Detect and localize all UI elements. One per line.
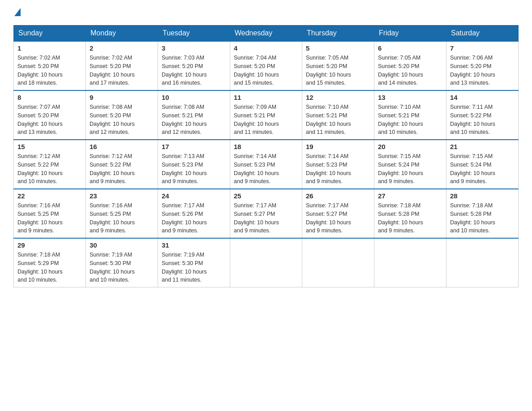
day-number: 25 bbox=[234, 192, 298, 200]
day-info: Sunrise: 7:18 AM Sunset: 5:28 PM Dayligh… bbox=[378, 201, 442, 235]
weekday-header-thursday: Thursday bbox=[302, 26, 374, 42]
day-number: 29 bbox=[17, 241, 82, 249]
calendar-cell: 9 Sunrise: 7:08 AM Sunset: 5:20 PM Dayli… bbox=[86, 90, 158, 140]
day-number: 22 bbox=[17, 192, 82, 200]
day-info: Sunrise: 7:11 AM Sunset: 5:22 PM Dayligh… bbox=[450, 103, 515, 137]
day-number: 23 bbox=[90, 192, 154, 200]
calendar-cell: 15 Sunrise: 7:12 AM Sunset: 5:22 PM Dayl… bbox=[14, 140, 86, 189]
week-row-5: 29 Sunrise: 7:18 AM Sunset: 5:29 PM Dayl… bbox=[14, 238, 519, 287]
calendar-cell: 19 Sunrise: 7:14 AM Sunset: 5:23 PM Dayl… bbox=[302, 140, 374, 189]
calendar-cell bbox=[230, 238, 302, 287]
day-info: Sunrise: 7:07 AM Sunset: 5:20 PM Dayligh… bbox=[17, 103, 82, 137]
week-row-3: 15 Sunrise: 7:12 AM Sunset: 5:22 PM Dayl… bbox=[14, 140, 519, 189]
weekday-header-row: SundayMondayTuesdayWednesdayThursdayFrid… bbox=[14, 26, 519, 42]
calendar-cell: 12 Sunrise: 7:10 AM Sunset: 5:21 PM Dayl… bbox=[302, 90, 374, 140]
calendar-cell: 10 Sunrise: 7:08 AM Sunset: 5:21 PM Dayl… bbox=[158, 90, 230, 140]
day-info: Sunrise: 7:16 AM Sunset: 5:25 PM Dayligh… bbox=[17, 201, 82, 235]
day-info: Sunrise: 7:19 AM Sunset: 5:30 PM Dayligh… bbox=[90, 251, 154, 284]
day-info: Sunrise: 7:04 AM Sunset: 5:20 PM Dayligh… bbox=[234, 54, 298, 87]
day-number: 11 bbox=[234, 94, 298, 101]
day-number: 18 bbox=[234, 143, 298, 150]
calendar-cell: 18 Sunrise: 7:14 AM Sunset: 5:23 PM Dayl… bbox=[230, 140, 302, 189]
day-info: Sunrise: 7:02 AM Sunset: 5:20 PM Dayligh… bbox=[90, 54, 154, 87]
calendar-cell bbox=[302, 238, 374, 287]
calendar-cell: 22 Sunrise: 7:16 AM Sunset: 5:25 PM Dayl… bbox=[14, 189, 86, 238]
day-number: 21 bbox=[450, 143, 515, 150]
day-info: Sunrise: 7:03 AM Sunset: 5:20 PM Dayligh… bbox=[162, 54, 226, 87]
day-number: 5 bbox=[306, 44, 370, 52]
calendar-cell: 4 Sunrise: 7:04 AM Sunset: 5:20 PM Dayli… bbox=[230, 41, 302, 90]
day-info: Sunrise: 7:06 AM Sunset: 5:20 PM Dayligh… bbox=[450, 54, 515, 87]
day-info: Sunrise: 7:15 AM Sunset: 5:24 PM Dayligh… bbox=[450, 152, 515, 186]
calendar-cell: 21 Sunrise: 7:15 AM Sunset: 5:24 PM Dayl… bbox=[446, 140, 519, 189]
calendar-cell: 28 Sunrise: 7:18 AM Sunset: 5:28 PM Dayl… bbox=[446, 189, 519, 238]
calendar-cell: 7 Sunrise: 7:06 AM Sunset: 5:20 PM Dayli… bbox=[446, 41, 519, 90]
day-number: 20 bbox=[378, 143, 442, 150]
calendar-cell: 13 Sunrise: 7:10 AM Sunset: 5:21 PM Dayl… bbox=[374, 90, 446, 140]
day-info: Sunrise: 7:18 AM Sunset: 5:29 PM Dayligh… bbox=[17, 251, 82, 284]
day-info: Sunrise: 7:05 AM Sunset: 5:20 PM Dayligh… bbox=[378, 54, 442, 87]
calendar-cell: 29 Sunrise: 7:18 AM Sunset: 5:29 PM Dayl… bbox=[14, 238, 86, 287]
day-info: Sunrise: 7:17 AM Sunset: 5:26 PM Dayligh… bbox=[162, 201, 226, 235]
day-info: Sunrise: 7:02 AM Sunset: 5:20 PM Dayligh… bbox=[17, 54, 82, 87]
day-number: 13 bbox=[378, 94, 442, 101]
weekday-header-saturday: Saturday bbox=[446, 26, 519, 42]
calendar-cell: 2 Sunrise: 7:02 AM Sunset: 5:20 PM Dayli… bbox=[86, 41, 158, 90]
calendar-cell: 14 Sunrise: 7:11 AM Sunset: 5:22 PM Dayl… bbox=[446, 90, 519, 140]
weekday-header-tuesday: Tuesday bbox=[158, 26, 230, 42]
week-row-1: 1 Sunrise: 7:02 AM Sunset: 5:20 PM Dayli… bbox=[14, 41, 519, 90]
day-info: Sunrise: 7:17 AM Sunset: 5:27 PM Dayligh… bbox=[234, 201, 298, 235]
day-info: Sunrise: 7:09 AM Sunset: 5:21 PM Dayligh… bbox=[234, 103, 298, 137]
day-number: 3 bbox=[162, 44, 226, 52]
day-info: Sunrise: 7:19 AM Sunset: 5:30 PM Dayligh… bbox=[162, 251, 226, 284]
day-number: 7 bbox=[450, 44, 515, 52]
day-number: 12 bbox=[306, 94, 370, 101]
calendar-cell bbox=[446, 238, 519, 287]
calendar-cell: 30 Sunrise: 7:19 AM Sunset: 5:30 PM Dayl… bbox=[86, 238, 158, 287]
calendar-cell: 23 Sunrise: 7:16 AM Sunset: 5:25 PM Dayl… bbox=[86, 189, 158, 238]
calendar-cell bbox=[374, 238, 446, 287]
day-info: Sunrise: 7:13 AM Sunset: 5:23 PM Dayligh… bbox=[162, 152, 226, 186]
calendar-cell: 31 Sunrise: 7:19 AM Sunset: 5:30 PM Dayl… bbox=[158, 238, 230, 287]
day-number: 15 bbox=[17, 143, 82, 150]
day-info: Sunrise: 7:10 AM Sunset: 5:21 PM Dayligh… bbox=[378, 103, 442, 137]
calendar-cell: 26 Sunrise: 7:17 AM Sunset: 5:27 PM Dayl… bbox=[302, 189, 374, 238]
day-number: 10 bbox=[162, 94, 226, 101]
week-row-4: 22 Sunrise: 7:16 AM Sunset: 5:25 PM Dayl… bbox=[14, 189, 519, 238]
day-info: Sunrise: 7:08 AM Sunset: 5:20 PM Dayligh… bbox=[90, 103, 154, 137]
week-row-2: 8 Sunrise: 7:07 AM Sunset: 5:20 PM Dayli… bbox=[14, 90, 519, 140]
calendar-cell: 3 Sunrise: 7:03 AM Sunset: 5:20 PM Dayli… bbox=[158, 41, 230, 90]
day-number: 19 bbox=[306, 143, 370, 150]
weekday-header-sunday: Sunday bbox=[14, 26, 86, 42]
weekday-header-wednesday: Wednesday bbox=[230, 26, 302, 42]
day-info: Sunrise: 7:12 AM Sunset: 5:22 PM Dayligh… bbox=[17, 152, 82, 186]
day-number: 17 bbox=[162, 143, 226, 150]
calendar-cell: 6 Sunrise: 7:05 AM Sunset: 5:20 PM Dayli… bbox=[374, 41, 446, 90]
day-number: 24 bbox=[162, 192, 226, 200]
day-info: Sunrise: 7:17 AM Sunset: 5:27 PM Dayligh… bbox=[306, 201, 370, 235]
day-number: 9 bbox=[90, 94, 154, 101]
calendar-cell: 11 Sunrise: 7:09 AM Sunset: 5:21 PM Dayl… bbox=[230, 90, 302, 140]
calendar-cell: 16 Sunrise: 7:12 AM Sunset: 5:22 PM Dayl… bbox=[86, 140, 158, 189]
weekday-header-monday: Monday bbox=[86, 26, 158, 42]
calendar-cell: 8 Sunrise: 7:07 AM Sunset: 5:20 PM Dayli… bbox=[14, 90, 86, 140]
day-number: 1 bbox=[17, 44, 82, 52]
day-number: 4 bbox=[234, 44, 298, 52]
day-info: Sunrise: 7:14 AM Sunset: 5:23 PM Dayligh… bbox=[306, 152, 370, 186]
day-info: Sunrise: 7:14 AM Sunset: 5:23 PM Dayligh… bbox=[234, 152, 298, 186]
logo-triangle-icon bbox=[14, 8, 21, 16]
calendar-cell: 1 Sunrise: 7:02 AM Sunset: 5:20 PM Dayli… bbox=[14, 41, 86, 90]
day-info: Sunrise: 7:05 AM Sunset: 5:20 PM Dayligh… bbox=[306, 54, 370, 87]
calendar-cell: 25 Sunrise: 7:17 AM Sunset: 5:27 PM Dayl… bbox=[230, 189, 302, 238]
day-info: Sunrise: 7:10 AM Sunset: 5:21 PM Dayligh… bbox=[306, 103, 370, 137]
calendar-cell: 27 Sunrise: 7:18 AM Sunset: 5:28 PM Dayl… bbox=[374, 189, 446, 238]
calendar-cell: 20 Sunrise: 7:15 AM Sunset: 5:24 PM Dayl… bbox=[374, 140, 446, 189]
day-number: 26 bbox=[306, 192, 370, 200]
page-header bbox=[13, 9, 519, 17]
calendar-cell: 5 Sunrise: 7:05 AM Sunset: 5:20 PM Dayli… bbox=[302, 41, 374, 90]
day-number: 30 bbox=[90, 241, 154, 249]
day-info: Sunrise: 7:15 AM Sunset: 5:24 PM Dayligh… bbox=[378, 152, 442, 186]
calendar-cell: 17 Sunrise: 7:13 AM Sunset: 5:23 PM Dayl… bbox=[158, 140, 230, 189]
day-number: 16 bbox=[90, 143, 154, 150]
day-number: 27 bbox=[378, 192, 442, 200]
